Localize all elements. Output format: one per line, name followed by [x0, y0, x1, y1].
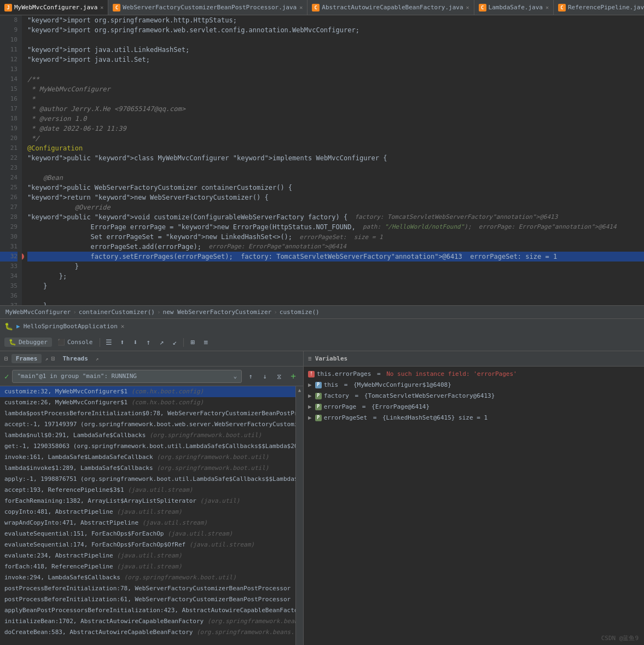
sep1 — [100, 338, 100, 347]
toolbar-btn-up[interactable]: ↑ — [142, 336, 154, 348]
scroll-up[interactable]: ▲ — [296, 386, 304, 394]
tab-console[interactable]: ⬛ Console — [53, 338, 97, 347]
code-line: "keyword">public "keyword">class MyWebMv… — [27, 153, 644, 163]
stack-frame-item[interactable]: lambda$invoke$1:289, LambdaSafe$Callback… — [0, 463, 295, 474]
expand-arrow[interactable]: ▶ — [308, 402, 312, 412]
code-line: errorPageSet.add(errorPage); errorPage: … — [27, 242, 644, 252]
tab-webserver[interactable]: C WebServerFactoryCustomizerBeanPostProc… — [108, 0, 308, 15]
tab-abstract[interactable]: C AbstractAutowireCapableBeanFactory.jav… — [308, 0, 474, 15]
java-icon: C — [558, 4, 566, 11]
code-line: */ — [27, 133, 644, 143]
toolbar-btn-settings[interactable]: ⬆ — [116, 336, 128, 348]
stack-frame-item[interactable]: get:-1, 1290358063 (org.springframework.… — [0, 441, 295, 452]
thread-dropdown[interactable]: "main"@1 in group "main": RUNNING ⌄ — [12, 370, 242, 383]
tab-lambda[interactable]: C LambdaSafe.java ✕ — [474, 0, 554, 15]
frames-label: Frames — [16, 355, 38, 362]
code-line: } — [27, 281, 644, 291]
breadcrumb-item-2[interactable]: containerCustomizer() — [79, 309, 155, 316]
code-line: * @date 2022-06-12 11:39 — [27, 124, 644, 133]
stack-frame-item[interactable]: evaluateSequential:174, ForEachOps$ForEa… — [0, 539, 295, 550]
breadcrumb-item-4[interactable]: customize() — [280, 309, 320, 316]
stack-frame-item[interactable]: lambda$null$0:291, LambdaSafe$Callbacks … — [0, 430, 295, 441]
tab-frames[interactable]: Frames — [11, 354, 42, 363]
stack-frame-item[interactable]: forEach:418, ReferencePipeline (java.uti… — [0, 561, 295, 572]
stack-frame-item[interactable]: customize:32, MyWebMvcConfigurer$1 (com.… — [0, 386, 295, 397]
stack-frame-item[interactable]: invoke:161, LambdaSafe$LambdaSafeCallbac… — [0, 452, 295, 463]
code-line: * — [27, 94, 644, 104]
toolbar-btn-resume[interactable]: ↙ — [169, 336, 181, 348]
dropdown-arrow: ⌄ — [233, 373, 237, 380]
tab-close[interactable]: ✕ — [546, 4, 549, 10]
var-item: ▶ P errorPage = {ErrorPage@6414} — [304, 402, 644, 412]
breadcrumb-sep-1: › — [73, 309, 77, 316]
tab-label: WebServerFactoryCustomizerBeanPostProces… — [123, 4, 297, 11]
stack-frame-item[interactable]: apply:-1, 1998876751 (org.springframewor… — [0, 474, 295, 485]
var-name: errorPageSet — [324, 412, 367, 423]
tab-close[interactable]: ✕ — [466, 4, 469, 10]
tab-label: LambdaSafe.java — [489, 4, 543, 11]
breadcrumb-sep-2: › — [157, 309, 161, 316]
debug-session-label[interactable]: HelloSpringBootApplication — [24, 323, 118, 330]
java-icon: C — [113, 4, 120, 11]
toolbar-btn-down[interactable]: ⬇ — [129, 336, 141, 348]
stack-frame-item[interactable]: evaluateSequential:151, ForEachOps$ForEa… — [0, 528, 295, 539]
tab-debugger[interactable]: 🐛 Debugger — [4, 338, 52, 347]
breakpoint-marker — [22, 253, 24, 260]
stack-frame-item[interactable]: accept:-1, 197149397 (org.springframewor… — [0, 419, 295, 430]
breadcrumb-item-1[interactable]: MyWebMvcConfigurer — [5, 309, 71, 316]
stack-frame-item[interactable]: applyBeanPostProcessorsBeforeInitializat… — [0, 605, 295, 616]
code-line: "keyword">import org.springframework.web… — [27, 25, 644, 35]
tab-reference[interactable]: C ReferencePipeline.java ✕ — [554, 0, 644, 15]
tab-close[interactable]: ✕ — [299, 4, 303, 10]
right-panel: ≡ Variables ! this.errorPages = No such … — [304, 351, 644, 645]
stack-frame-item[interactable]: evaluate:234, AbstractPipeline (java.uti… — [0, 550, 295, 561]
java-icon: C — [479, 4, 486, 11]
stack-frame-item[interactable]: accept:193, ReferencePipeline$3$1 (java.… — [0, 485, 295, 496]
var-equals: = — [358, 402, 369, 412]
code-line — [27, 291, 644, 301]
code-content[interactable]: "keyword">import org.springframework.htt… — [22, 15, 644, 305]
var-type-icon: P — [315, 393, 322, 399]
thread-nav-up[interactable]: ↑ — [245, 371, 256, 382]
var-value: {LinkedHashSet@6415} size = 1 — [382, 412, 488, 423]
code-line — [27, 35, 644, 45]
tab-mywebmvc[interactable]: J MyWebMvcConfigurer.java ✕ — [0, 0, 108, 15]
tab-close[interactable]: ✕ — [100, 4, 103, 10]
code-line: } — [27, 262, 644, 271]
thread-status-icon: ✓ — [4, 372, 9, 381]
stack-frame-item[interactable]: doCreateBean:583, AbstractAutowireCapabl… — [0, 627, 295, 638]
thread-nav-down[interactable]: ↓ — [259, 371, 270, 382]
toolbar-btn-restore[interactable]: ☰ — [103, 336, 115, 348]
thread-filter[interactable]: ⧖ — [274, 371, 285, 382]
stack-frame-item[interactable]: postProcessBeforeInitialization:61, WebS… — [0, 594, 295, 605]
stack-frame-item[interactable]: wrapAndCopyInto:471, AbstractPipeline (j… — [0, 518, 295, 528]
debugger-icon: 🐛 — [9, 339, 16, 346]
expand-arrow[interactable]: ▶ — [308, 380, 312, 391]
var-equals: = — [340, 380, 351, 391]
stack-scrollbar[interactable]: ▲ ▼ — [295, 386, 303, 645]
thread-add[interactable]: + — [288, 371, 299, 382]
code-line: "keyword">import java.util.LinkedHashSet… — [27, 45, 644, 55]
stack-frame-item[interactable]: forEachRemaining:1382, ArrayList$ArrayLi… — [0, 496, 295, 507]
expand-arrow[interactable]: ▶ — [308, 391, 312, 402]
stack-frame-item[interactable]: customize:26, MyWebMvcConfigurer$1 (com.… — [0, 397, 295, 408]
breadcrumb-item-3[interactable]: new WebServerFactoryCustomizer — [163, 309, 272, 316]
code-line: }; — [27, 271, 644, 281]
expand-arrow[interactable]: ▶ — [308, 412, 312, 423]
code-line: "keyword">return "keyword">new WebServer… — [27, 193, 644, 202]
toolbar-btn-step[interactable]: ↗ — [155, 336, 167, 348]
stack-frame-item[interactable]: lambda$postProcessBeforeInitialization$0… — [0, 408, 295, 419]
var-name: errorPage — [324, 402, 357, 412]
var-item: ▶ P errorPageSet = {LinkedHashSet@6415} … — [304, 412, 644, 423]
var-item: ! this.errorPages = No such instance fie… — [304, 369, 644, 380]
stack-frame-item[interactable]: initializeBean:1702, AbstractAutowireCap… — [0, 616, 295, 627]
variables-icon: ≡ — [308, 355, 312, 362]
stack-frame-item[interactable]: invoke:294, LambdaSafe$Callbacks (org.sp… — [0, 572, 295, 583]
stack-frame-item[interactable]: copyInto:481, AbstractPipeline (java.uti… — [0, 507, 295, 518]
debug-session-close[interactable]: ✕ — [121, 323, 125, 330]
tab-threads[interactable]: Threads — [58, 354, 92, 363]
toolbar-btn-list[interactable]: ≡ — [200, 336, 212, 348]
toolbar-btn-table[interactable]: ⊞ — [187, 336, 199, 348]
stack-frame-item[interactable]: postProcessBeforeInitialization:78, WebS… — [0, 583, 295, 594]
code-line: * MyWebMvcConfigurer — [27, 84, 644, 94]
